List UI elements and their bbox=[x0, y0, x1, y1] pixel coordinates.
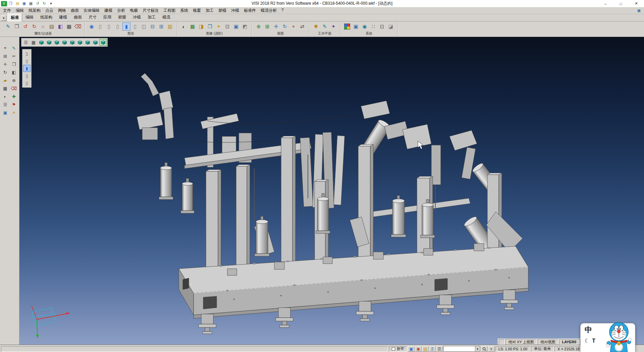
copy-icon[interactable]: ❐ bbox=[10, 60, 18, 68]
blocks-database-icon[interactable]: ⊞ bbox=[157, 23, 165, 31]
minimize-button[interactable]: – bbox=[598, 0, 613, 7]
save-session-icon[interactable]: ▣ bbox=[408, 346, 415, 352]
coordinate-combo[interactable]: ▾ bbox=[443, 346, 480, 352]
undo-attribute-icon[interactable]: ↺ bbox=[21, 23, 30, 31]
close-button[interactable]: ✕ bbox=[629, 0, 644, 7]
active-layer-label[interactable]: LAYER0 bbox=[559, 339, 579, 345]
shade-icon[interactable]: ◐ bbox=[1, 93, 9, 100]
filter-solids-icon[interactable]: ▯ bbox=[23, 57, 31, 64]
search-coordinate-icon[interactable] bbox=[481, 346, 488, 352]
view-grid-icon[interactable]: ▦ bbox=[30, 39, 37, 46]
maximize-button[interactable]: □ bbox=[613, 0, 629, 7]
axonometric-view-icon[interactable] bbox=[92, 39, 99, 46]
mirror-icon[interactable]: ◧ bbox=[10, 69, 18, 76]
fill-color-icon[interactable]: ▰ bbox=[1, 77, 9, 84]
hidden-line-icon[interactable]: ◨ bbox=[197, 23, 205, 31]
move-icon[interactable]: ✛ bbox=[1, 60, 9, 68]
view-mode-label[interactable]: 绝对 XY 上视图 bbox=[505, 339, 537, 345]
lock-checkbox-icon[interactable] bbox=[392, 347, 395, 351]
folder-icon[interactable]: ▤ bbox=[422, 346, 429, 352]
measure-icon[interactable]: ⌖ bbox=[289, 23, 298, 31]
front-view-icon[interactable] bbox=[53, 39, 60, 46]
lock-toggle[interactable]: 拴牢 bbox=[389, 346, 407, 352]
left-view-icon[interactable] bbox=[68, 39, 76, 46]
filter-surfaces-icon[interactable]: ▯ bbox=[23, 72, 31, 79]
clamp-cylinders[interactable] bbox=[159, 163, 435, 256]
rotate-icon[interactable]: ↻ bbox=[1, 69, 9, 76]
ime-punctuation-icon[interactable]: T bbox=[592, 338, 595, 344]
menu-item-18[interactable]: 模流分析 bbox=[258, 7, 279, 14]
window-restore-icon[interactable]: ▣ bbox=[636, 8, 642, 13]
list-icon[interactable]: ☰ bbox=[1, 101, 9, 108]
ribbon-tab-8[interactable]: 冲模 bbox=[129, 13, 144, 21]
workplane-create-icon[interactable]: ✱ bbox=[312, 23, 320, 31]
refresh-graphics-icon[interactable]: ◉ bbox=[88, 23, 96, 31]
ime-overlay[interactable]: 中 ☾ T bbox=[580, 323, 635, 352]
menu-item-12[interactable]: 系统 bbox=[178, 7, 191, 14]
cylinder-edges-icon[interactable]: ▯ bbox=[131, 23, 139, 31]
highlight-icon[interactable]: ✦ bbox=[215, 23, 223, 31]
ribbon-tab-2[interactable]: 线架构 bbox=[37, 13, 56, 21]
pan-view-icon[interactable]: ✛ bbox=[272, 23, 280, 31]
redo-icon[interactable]: ↻ bbox=[41, 1, 47, 6]
visi-logo-icon[interactable]: V bbox=[1, 1, 7, 6]
select-icon[interactable]: ⌖ bbox=[1, 44, 9, 52]
delete-icon[interactable]: ⌫ bbox=[10, 85, 18, 92]
filter-cylinders-icon[interactable]: ▮ bbox=[23, 65, 31, 72]
ribbon-tab-10[interactable]: 模流 bbox=[159, 13, 174, 21]
transparency-icon[interactable]: ❒ bbox=[206, 23, 214, 31]
zoom-window-icon[interactable]: ⊞ bbox=[1, 52, 9, 60]
menu-item-17[interactable]: 标准件 bbox=[241, 7, 258, 14]
texture-icon[interactable]: ⊡ bbox=[223, 23, 231, 31]
ime-fullwidth-moon-icon[interactable]: ☾ bbox=[585, 338, 589, 344]
color-palette-icon[interactable] bbox=[343, 23, 351, 31]
absolute-view-label[interactable]: 绝对视图 bbox=[538, 339, 558, 345]
ribbon-tab-0[interactable]: 标准 bbox=[7, 13, 22, 21]
help-2-icon[interactable]: 2 bbox=[429, 346, 436, 352]
bottom-view-icon[interactable] bbox=[84, 39, 91, 46]
background-icon[interactable]: ▣ bbox=[232, 23, 240, 31]
system-options-icon[interactable]: ⊡ bbox=[378, 23, 386, 31]
ime-mode-indicator[interactable]: 中 bbox=[585, 326, 595, 334]
filter-wireframe-icon[interactable]: ▯ bbox=[23, 80, 31, 87]
ribbon-tab-6[interactable]: 应用 bbox=[100, 13, 115, 21]
zoom-all-icon[interactable]: ⊕ bbox=[255, 23, 263, 31]
shading-mode-icon[interactable]: ◐ bbox=[180, 23, 188, 31]
display-settings-icon[interactable]: ▣ bbox=[352, 23, 360, 31]
ribbon-tab-1[interactable]: 编辑 bbox=[22, 13, 37, 21]
attribute-paint-icon[interactable]: ✎ bbox=[4, 23, 12, 31]
globe-settings-icon[interactable]: ◉ bbox=[361, 23, 369, 31]
quick-access-dropdown-icon[interactable]: ▾ bbox=[48, 1, 54, 6]
layer-filter-icon[interactable]: ▤ bbox=[48, 23, 56, 31]
ribbon-tab-9[interactable]: 加工 bbox=[144, 13, 159, 21]
cylinder-hidden-icon[interactable]: ▯ bbox=[105, 23, 113, 31]
highlight-element-icon[interactable]: ✦ bbox=[10, 109, 18, 116]
layer-list-icon[interactable]: ☰ bbox=[436, 346, 443, 352]
search-view-icon[interactable] bbox=[499, 339, 505, 345]
iso-view-icon[interactable] bbox=[38, 39, 45, 46]
layers-database-icon[interactable]: ⊟ bbox=[149, 23, 157, 31]
trim-icon[interactable]: ✂ bbox=[10, 52, 18, 60]
top-view-icon[interactable] bbox=[45, 39, 53, 46]
print-icon[interactable]: ▦ bbox=[28, 1, 34, 6]
menu-item-16[interactable]: 冲模 bbox=[229, 7, 241, 14]
workplane-edit-icon[interactable]: ✎ bbox=[321, 23, 329, 31]
cylinder-dashed-icon[interactable]: ▯ bbox=[114, 23, 122, 31]
back-view-icon[interactable] bbox=[76, 39, 84, 46]
workplane-align-icon[interactable]: ✦ bbox=[329, 23, 337, 31]
cylinder-section-icon[interactable]: ◫ bbox=[140, 23, 148, 31]
grid-icon[interactable]: ▦ bbox=[1, 85, 9, 92]
grid-snap-icon[interactable]: ∷ bbox=[369, 23, 377, 31]
save-file-icon[interactable]: ▣ bbox=[21, 1, 27, 6]
wireframe-mode-icon[interactable]: ▦ bbox=[189, 23, 197, 31]
view-list-icon[interactable]: ☰ bbox=[22, 39, 30, 46]
cad-model-fixture[interactable] bbox=[19, 37, 644, 345]
graphics-settings-icon[interactable]: ▥ bbox=[166, 23, 174, 31]
offset-icon[interactable]: ⊕ bbox=[10, 77, 18, 84]
menu-item-13[interactable]: 视窗 bbox=[191, 7, 203, 14]
menu-item-14[interactable]: 加工 bbox=[203, 7, 216, 14]
properties-icon[interactable]: ▣ bbox=[1, 109, 9, 116]
combo-dropdown-icon[interactable]: ▾ bbox=[475, 346, 480, 351]
previous-view-icon[interactable]: ⇄ bbox=[298, 23, 306, 31]
element-filter-icon[interactable]: ▦ bbox=[65, 23, 73, 31]
